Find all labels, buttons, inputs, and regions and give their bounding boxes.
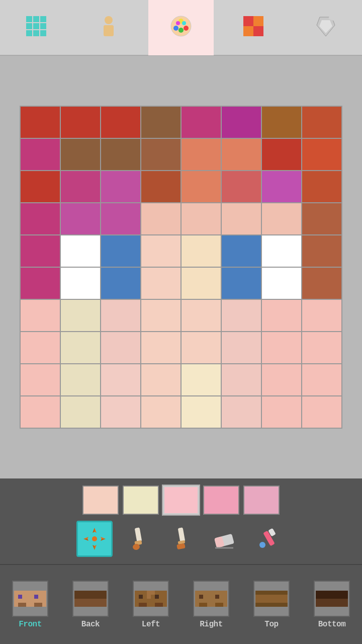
grid-cell-8[interactable] xyxy=(21,139,60,170)
face-item-bottom[interactable]: Bottom xyxy=(304,570,359,640)
grid-cell-49[interactable] xyxy=(61,300,100,331)
nav-fill-color[interactable] xyxy=(293,0,358,55)
nav-grid[interactable] xyxy=(4,0,69,55)
grid-cell-44[interactable] xyxy=(182,268,221,299)
nav-color[interactable] xyxy=(148,0,214,55)
grid-cell-5[interactable] xyxy=(222,107,261,138)
grid-cell-68[interactable] xyxy=(182,364,221,395)
grid-cell-28[interactable] xyxy=(182,203,221,234)
grid-cell-74[interactable] xyxy=(101,396,140,428)
grid-cell-0[interactable] xyxy=(21,107,60,138)
grid-cell-31[interactable] xyxy=(302,203,341,234)
grid-cell-47[interactable] xyxy=(302,268,341,299)
grid-cell-29[interactable] xyxy=(222,203,261,234)
pixel-grid[interactable] xyxy=(20,106,342,429)
grid-cell-17[interactable] xyxy=(61,171,100,202)
grid-cell-62[interactable] xyxy=(262,332,301,363)
grid-cell-46[interactable] xyxy=(262,268,301,299)
grid-cell-60[interactable] xyxy=(182,332,221,363)
color-swatch-4[interactable] xyxy=(243,486,280,515)
nav-upper-layer[interactable] xyxy=(76,0,141,55)
grid-cell-18[interactable] xyxy=(101,171,140,202)
grid-cell-25[interactable] xyxy=(61,203,100,234)
face-item-top[interactable]: Top xyxy=(244,570,299,640)
grid-cell-73[interactable] xyxy=(61,396,100,428)
grid-cell-40[interactable] xyxy=(21,268,60,299)
grid-cell-56[interactable] xyxy=(21,332,60,363)
grid-cell-64[interactable] xyxy=(21,364,60,395)
grid-cell-9[interactable] xyxy=(61,139,100,170)
grid-cell-32[interactable] xyxy=(21,235,60,267)
grid-cell-37[interactable] xyxy=(222,235,261,267)
grid-cell-55[interactable] xyxy=(302,300,341,331)
grid-cell-78[interactable] xyxy=(262,396,301,428)
grid-cell-65[interactable] xyxy=(61,364,100,395)
grid-cell-23[interactable] xyxy=(302,171,341,202)
grid-cell-15[interactable] xyxy=(302,139,341,170)
grid-cell-12[interactable] xyxy=(182,139,221,170)
grid-cell-67[interactable] xyxy=(141,364,180,395)
grid-cell-6[interactable] xyxy=(262,107,301,138)
grid-cell-24[interactable] xyxy=(21,203,60,234)
grid-cell-33[interactable] xyxy=(61,235,100,267)
brush-tool-1[interactable] xyxy=(120,521,156,557)
grid-cell-22[interactable] xyxy=(262,171,301,202)
grid-cell-54[interactable] xyxy=(262,300,301,331)
grid-cell-16[interactable] xyxy=(21,171,60,202)
grid-cell-7[interactable] xyxy=(302,107,341,138)
grid-cell-42[interactable] xyxy=(101,268,140,299)
grid-cell-13[interactable] xyxy=(222,139,261,170)
grid-cell-35[interactable] xyxy=(141,235,180,267)
grid-cell-34[interactable] xyxy=(101,235,140,267)
eyedropper-tool[interactable] xyxy=(249,521,286,557)
grid-cell-71[interactable] xyxy=(302,364,341,395)
grid-cell-57[interactable] xyxy=(61,332,100,363)
grid-cell-43[interactable] xyxy=(141,268,180,299)
grid-cell-10[interactable] xyxy=(101,139,140,170)
grid-cell-61[interactable] xyxy=(222,332,261,363)
grid-cell-72[interactable] xyxy=(21,396,60,428)
brush-tool-2[interactable] xyxy=(163,521,199,557)
grid-cell-48[interactable] xyxy=(21,300,60,331)
move-tool[interactable] xyxy=(76,521,113,557)
grid-cell-45[interactable] xyxy=(222,268,261,299)
face-item-back[interactable]: Back xyxy=(63,570,118,640)
grid-cell-21[interactable] xyxy=(222,171,261,202)
grid-cell-75[interactable] xyxy=(141,396,180,428)
grid-cell-51[interactable] xyxy=(141,300,180,331)
grid-cell-11[interactable] xyxy=(141,139,180,170)
grid-cell-30[interactable] xyxy=(262,203,301,234)
eraser-tool[interactable] xyxy=(206,521,242,557)
face-item-left[interactable]: Left xyxy=(123,570,178,640)
grid-cell-41[interactable] xyxy=(61,268,100,299)
grid-cell-50[interactable] xyxy=(101,300,140,331)
grid-cell-52[interactable] xyxy=(182,300,221,331)
color-swatch-2[interactable] xyxy=(163,486,199,515)
color-swatch-0[interactable] xyxy=(82,486,119,515)
grid-cell-39[interactable] xyxy=(302,235,341,267)
grid-cell-19[interactable] xyxy=(141,171,180,202)
grid-cell-66[interactable] xyxy=(101,364,140,395)
grid-cell-53[interactable] xyxy=(222,300,261,331)
grid-cell-36[interactable] xyxy=(182,235,221,267)
grid-cell-2[interactable] xyxy=(101,107,140,138)
grid-cell-27[interactable] xyxy=(141,203,180,234)
grid-cell-76[interactable] xyxy=(182,396,221,428)
grid-cell-20[interactable] xyxy=(182,171,221,202)
grid-cell-58[interactable] xyxy=(101,332,140,363)
grid-cell-77[interactable] xyxy=(222,396,261,428)
grid-cell-1[interactable] xyxy=(61,107,100,138)
grid-cell-26[interactable] xyxy=(101,203,140,234)
grid-cell-3[interactable] xyxy=(141,107,180,138)
grid-cell-59[interactable] xyxy=(141,332,180,363)
grid-cell-4[interactable] xyxy=(182,107,221,138)
grid-cell-38[interactable] xyxy=(262,235,301,267)
face-item-front[interactable]: Front xyxy=(3,570,58,640)
color-swatch-3[interactable] xyxy=(203,486,239,515)
grid-cell-79[interactable] xyxy=(302,396,341,428)
grid-cell-14[interactable] xyxy=(262,139,301,170)
color-swatch-1[interactable] xyxy=(123,486,159,515)
grid-cell-63[interactable] xyxy=(302,332,341,363)
grid-cell-70[interactable] xyxy=(262,364,301,395)
nav-color-effect[interactable] xyxy=(221,0,286,55)
